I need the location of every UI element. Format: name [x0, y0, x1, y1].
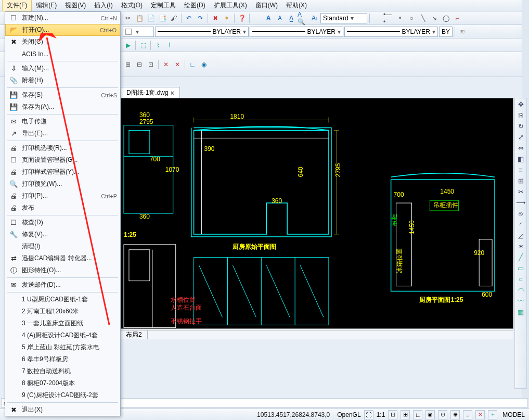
file-menu-item-33[interactable]: 5 岸上蓝山 彩虹苑(方案水电 [5, 341, 120, 353]
rt-pline-icon[interactable]: 〰 [516, 296, 525, 306]
status-scale-icon[interactable]: ⛶ [364, 410, 373, 419]
paste-special-icon[interactable]: 📑 [157, 13, 167, 23]
file-menu-item-15[interactable]: ☐页面设置管理器(G... [5, 154, 120, 166]
rt-explode-icon[interactable]: ✶ [516, 241, 525, 251]
otrack-toggle[interactable]: ⊕ [450, 410, 460, 419]
file-menu-item-29[interactable]: 1 U型厨房CAD图纸-1套 [5, 294, 120, 306]
rt-arc-icon[interactable]: ◠ [516, 285, 525, 295]
color-combo[interactable]: ▾ [123, 27, 154, 37]
menu-4[interactable]: 格式(O) [117, 0, 147, 11]
brush-icon[interactable]: 🖌 [169, 13, 179, 23]
menu-1[interactable]: 编辑(E) [32, 0, 61, 11]
undo-icon[interactable]: ↶ [184, 13, 194, 23]
lineweight-combo[interactable]: BYLAYER▾ [250, 27, 343, 37]
snap-toggle[interactable]: ⊡ [388, 410, 397, 419]
rt-copy-icon[interactable]: ⎘ [516, 110, 525, 120]
file-menu-item-5[interactable]: ⇩输入(M)... [5, 62, 120, 74]
file-menu-item-32[interactable]: 4 (A)厨柜设计CAD图纸-4套 [5, 329, 120, 341]
text-a1-icon[interactable]: A [263, 13, 274, 23]
grid3-icon[interactable]: ⊡ [146, 59, 156, 70]
rt-offset-icon[interactable]: ≡ [516, 165, 525, 174]
file-menu-item-6[interactable]: 📎附着(H) [5, 74, 120, 86]
file-menu-item-23[interactable]: 清理(I) [5, 240, 120, 252]
ellipse-tool-icon[interactable]: ◯ [441, 13, 451, 23]
menu-7[interactable]: 扩展工具(X) [210, 0, 251, 11]
close-icon[interactable]: × [171, 90, 174, 97]
file-menu-item-16[interactable]: 🖨打印样式管理器(Y)... [5, 166, 120, 178]
text-a2-icon[interactable]: A [275, 13, 285, 23]
text-style-combo[interactable]: Standard▾ [320, 13, 367, 23]
menu-8[interactable]: 窗口(W) [251, 0, 282, 11]
menu-5[interactable]: 定制工具 [147, 0, 180, 11]
plotstyle-combo[interactable]: BYLAYER▾ [344, 27, 438, 37]
rt-stretch-icon[interactable]: ⇔ [516, 143, 525, 152]
text-find-icon[interactable]: A🔍 [298, 13, 308, 23]
dyn-toggle[interactable]: ✕ [475, 410, 485, 419]
layer-icon[interactable]: ≋ [457, 27, 468, 37]
file-menu-item-27[interactable]: ✉发送邮件(D)... [5, 279, 120, 291]
help-icon[interactable]: ❓ [237, 13, 247, 23]
rt-trim-icon[interactable]: ✂ [516, 187, 525, 196]
lwt-toggle[interactable]: ≡ [463, 410, 472, 419]
bylayer-short-combo[interactable]: BY [439, 27, 453, 37]
file-menu-item-31[interactable]: 3 一套儿童床立面图纸 [5, 317, 120, 329]
grid1-icon[interactable]: ⊞ [123, 59, 133, 70]
rt-mirror-icon[interactable]: ◧ [516, 154, 525, 163]
file-menu-item-12[interactable]: ↗导出(E)... [5, 128, 120, 139]
cut-icon[interactable]: ✂ [123, 13, 133, 23]
text-style-icon[interactable]: Aᵢ [309, 13, 319, 23]
file-menu-item-8[interactable]: 💾保存(S)Ctrl+S [5, 89, 120, 101]
rt-chamfer-icon[interactable]: ◿ [516, 231, 525, 240]
point1-icon[interactable]: •—• [383, 13, 394, 23]
copy-icon[interactable]: 📋 [134, 13, 145, 23]
drawing-canvas[interactable]: 360 2795 700 1070 360 1:25 1810 640 390 … [121, 98, 513, 329]
grid2-icon[interactable]: ⊟ [134, 59, 145, 70]
globe-icon[interactable]: ◉ [199, 59, 209, 70]
menu-9[interactable]: 帮助(X) [282, 0, 311, 11]
rt-scale-icon[interactable]: ⤢ [516, 132, 525, 142]
snap2-icon[interactable]: ✕ [172, 59, 183, 70]
file-menu-item-17[interactable]: 🔍打印预览(W)... [5, 178, 120, 190]
rt-array-icon[interactable]: ⊞ [516, 176, 525, 185]
file-menu-item-34[interactable]: 6 孝丰9号样板房 [5, 353, 120, 365]
file-menu-item-11[interactable]: ✉电子传递 [5, 116, 120, 128]
rt-rotate-icon[interactable]: ↻ [516, 121, 525, 131]
rt-move-icon[interactable]: ✥ [516, 99, 525, 109]
menu-2[interactable]: 视图(V) [61, 0, 90, 11]
run-icon[interactable]: ▶ [123, 40, 133, 50]
menu-3[interactable]: 插入(I) [90, 0, 117, 11]
ortho-toggle[interactable]: ∟ [413, 410, 422, 419]
rt-rect-icon[interactable]: ▭ [516, 263, 525, 273]
line-tool-icon[interactable]: ╲ [418, 13, 428, 23]
file-menu-item-1[interactable]: 📂打开(O)...Ctrl+O [5, 24, 120, 36]
file-menu-item-25[interactable]: ⓘ图形特性(O)... [5, 264, 120, 276]
file-menu-item-9[interactable]: 💾保存为(A)... [5, 101, 120, 113]
axis-icon[interactable]: ∟ [187, 59, 198, 70]
rt-line-icon[interactable]: ╱ [516, 252, 525, 262]
file-menu-item-35[interactable]: 7 数控自动送料机 [5, 365, 120, 377]
plus-toggle[interactable]: ＋ [488, 410, 497, 419]
rt-hatch-icon[interactable]: ▦ [516, 307, 525, 316]
text-edit-icon[interactable]: A̲ [286, 13, 296, 23]
file-menu-item-14[interactable]: 🖨打印机选项(R)... [5, 142, 120, 154]
rt-extend-icon[interactable]: ⟶ [516, 198, 525, 207]
ucs-icon[interactable]: ⌐ [452, 13, 462, 23]
file-menu-item-3[interactable]: ACIS In... [5, 48, 120, 60]
block-icon[interactable]: ⬚ [138, 40, 148, 50]
file-menu-item-39[interactable]: ✖退出(X) [5, 404, 120, 416]
rt-circle-icon[interactable]: ○ [516, 274, 525, 284]
circle-tool-icon[interactable]: ○ [406, 13, 417, 23]
menu-6[interactable]: 绘图(D) [180, 0, 210, 11]
document-tab[interactable]: D图纸-1套.dwg × [121, 87, 180, 98]
file-menu-item-19[interactable]: 🖨发布 [5, 202, 120, 214]
wave2-icon[interactable]: ⌇ [164, 40, 175, 50]
explode-icon[interactable]: ✶ [222, 13, 232, 23]
file-menu-item-37[interactable]: 9 (C)厨柜设计CAD图纸-2套 [5, 389, 120, 401]
file-menu-item-18[interactable]: 🖨打印(P)...Ctrl+P [5, 190, 120, 202]
redo-icon[interactable]: ↷ [195, 13, 205, 23]
file-menu-item-0[interactable]: ☐新建(N)...Ctrl+N [5, 12, 120, 24]
file-menu-item-30[interactable]: 2 河南工程120x60米 [5, 306, 120, 317]
snap1-icon[interactable]: ✕ [161, 59, 171, 70]
file-menu-item-36[interactable]: 8 橱柜07-2004版本 [5, 377, 120, 389]
layout-tab[interactable]: 布局2 [121, 330, 148, 339]
